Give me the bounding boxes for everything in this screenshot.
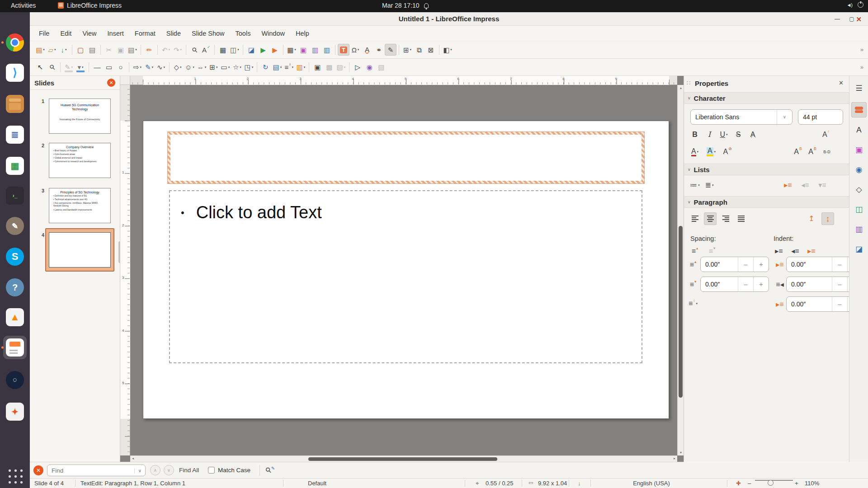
dock-calc[interactable]: ▦	[0, 154, 30, 178]
spelling-icon[interactable]: A✓	[200, 44, 212, 56]
menu-slide[interactable]: Slide	[161, 26, 186, 41]
dock-vscode[interactable]: ⟩	[0, 61, 30, 84]
edit-points-icon[interactable]: ▷	[352, 61, 363, 73]
curve-icon[interactable]: ✎▾	[143, 61, 155, 73]
vertical-scrollbar-thumb[interactable]	[679, 226, 683, 398]
underline-icon[interactable]: U▾	[717, 128, 730, 141]
decrement-button[interactable]: –	[738, 257, 753, 272]
title-placeholder[interactable]	[168, 132, 644, 183]
dock-steam[interactable]: ○	[0, 368, 30, 392]
italic-icon[interactable]: I	[703, 128, 716, 141]
ellipse-icon[interactable]: ○	[115, 61, 127, 73]
start-current-slide-icon[interactable]: ▶	[269, 44, 281, 56]
display-grid-icon[interactable]: ▦	[217, 44, 229, 56]
dock-show-apps[interactable]	[0, 464, 30, 488]
align-objects-icon[interactable]: ▤▾	[271, 61, 283, 73]
new-presentation-icon[interactable]: ▤▾	[34, 44, 46, 56]
spacing-above-field[interactable]: 0.00″ – +	[700, 257, 769, 272]
block-arrows-icon[interactable]: ⇔▾	[196, 61, 208, 73]
basic-shapes-icon[interactable]: ◇▾	[172, 61, 184, 73]
dock-impress[interactable]	[0, 336, 30, 359]
menu-edit[interactable]: Edit	[55, 26, 77, 41]
horizontal-scrollbar[interactable]: ◂ ▸	[130, 455, 677, 462]
menu-view[interactable]: View	[77, 26, 102, 41]
master-slide-icon[interactable]: ◪	[245, 44, 257, 56]
start-first-slide-icon[interactable]: ▶	[257, 44, 269, 56]
highlight-color-icon[interactable]: A▾	[705, 145, 717, 158]
zoom-level[interactable]: 110%	[805, 480, 819, 487]
shadow-style-icon[interactable]: ▣	[311, 61, 323, 73]
spacing-below-icon[interactable]: ≡▾	[687, 278, 699, 291]
section-paragraph[interactable]: ∨ Paragraph	[684, 196, 849, 208]
increase-indent-icon[interactable]: ▸≡	[773, 245, 785, 258]
scroll-right-icon[interactable]: ▸	[674, 456, 675, 460]
deck-close-icon[interactable]: ✕	[839, 80, 844, 86]
3d-objects-icon[interactable]: ◳▾	[243, 61, 255, 73]
align-center-icon[interactable]	[704, 212, 717, 225]
menu-help[interactable]: Help	[290, 26, 315, 41]
first-line-indent-field[interactable]: 0.00″ – +	[786, 296, 849, 312]
flowchart-icon[interactable]: ⊞▾	[208, 61, 219, 73]
find-previous-button[interactable]: ∧	[150, 465, 160, 475]
page-style[interactable]: Default	[308, 480, 326, 487]
focused-app-indicator[interactable]: LibreOffice Impress	[58, 2, 122, 9]
font-color-icon[interactable]: A▾	[689, 145, 701, 158]
insert-image-icon[interactable]: ▣	[297, 44, 309, 56]
fit-slide-icon[interactable]: ✚	[736, 480, 741, 487]
increment-button[interactable]: +	[753, 277, 769, 291]
minimize-button[interactable]: —	[833, 14, 842, 23]
tab-shapes[interactable]: ◇	[851, 182, 867, 197]
dropdown-icon[interactable]: ∨	[777, 110, 792, 124]
clock-menu[interactable]: Mar 28 17:10	[382, 2, 429, 9]
dock-terminal[interactable]: ›_	[0, 184, 30, 207]
rotate-icon[interactable]: ↻	[259, 61, 271, 73]
close-document-button[interactable]: ✕	[856, 15, 862, 23]
horizontal-ruler[interactable]: 123456789	[130, 76, 677, 85]
find-input-wrap[interactable]: ∨	[47, 465, 146, 476]
find-all-button[interactable]: Find All	[179, 467, 199, 474]
dock-files[interactable]	[0, 92, 30, 116]
char-shadow-icon[interactable]: A	[746, 128, 759, 141]
strikethrough-icon[interactable]: S	[732, 128, 745, 141]
find-dropdown-icon[interactable]: ∨	[134, 468, 145, 473]
arrange-icon[interactable]: ≡↑▾	[283, 61, 295, 73]
menu-insert[interactable]: Insert	[102, 26, 129, 41]
tab-styles[interactable]: A	[851, 122, 867, 137]
dock-writer[interactable]: ≣	[0, 123, 30, 146]
slides-panel-close-icon[interactable]: ✕	[107, 79, 115, 87]
align-left-icon[interactable]	[689, 212, 701, 225]
insert-chart-icon[interactable]: ▥	[321, 44, 333, 56]
select-icon[interactable]: ↖	[34, 61, 46, 73]
decrement-button[interactable]: –	[832, 277, 847, 291]
insert-textbox-icon[interactable]: T	[338, 44, 349, 56]
find-and-replace-icon[interactable]: ⚲✎	[266, 466, 275, 474]
increase-font-icon[interactable]: A↑	[820, 128, 832, 141]
export-pdf-icon[interactable]: ▢	[75, 44, 86, 56]
ordered-list-icon[interactable]: ≣▾	[703, 179, 716, 192]
find-next-button[interactable]: ∨	[164, 465, 174, 475]
menu-format[interactable]: Format	[129, 26, 161, 41]
zoom-slider-track[interactable]	[755, 480, 793, 481]
tab-navigator[interactable]: ◉	[851, 162, 867, 177]
char-spacing-icon[interactable]: B-D	[821, 145, 833, 158]
dock-skype[interactable]: S	[0, 245, 30, 268]
callout-shapes-icon[interactable]: ▭▾	[219, 61, 231, 73]
slide-thumbnail-1[interactable]: 1Huawei 5G Communication TechnologyInnov…	[30, 99, 120, 134]
tab-master-slides[interactable]: ◪	[851, 241, 867, 257]
slide-thumbnail-4[interactable]: 4	[30, 232, 120, 267]
menu-file[interactable]: File	[33, 26, 55, 41]
new-slide-icon[interactable]: ⊞▾	[401, 44, 413, 56]
clear-formatting-icon[interactable]: A⊘	[721, 145, 734, 158]
save-icon[interactable]: ↓▾	[58, 44, 70, 56]
title-bar[interactable]: Untitled 1 - LibreOffice Impress — ▢	[30, 12, 868, 26]
vertical-scrollbar[interactable]: ▴ ▾	[677, 85, 684, 455]
section-lists[interactable]: ∨ Lists	[684, 164, 849, 175]
spacing-above-icon[interactable]: ≡▴	[689, 245, 701, 258]
dock-gimp[interactable]: ✎	[0, 214, 30, 238]
clone-formatting-icon[interactable]: ✏	[143, 44, 155, 56]
vertical-ruler[interactable]: 12345	[120, 85, 130, 455]
decrease-indent-icon[interactable]: ◂≡	[789, 245, 802, 258]
tab-gallery[interactable]: ▣	[851, 142, 867, 157]
find-input[interactable]	[47, 467, 134, 474]
tab-transition[interactable]: ◫	[851, 202, 867, 217]
